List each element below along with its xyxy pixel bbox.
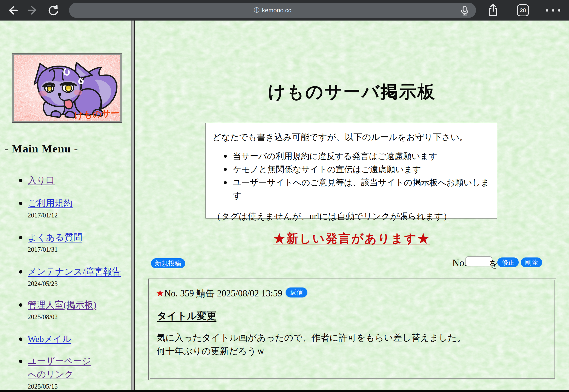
sidebar-menu-date: 2025/08/02 — [28, 313, 96, 321]
tab-count: 28 — [520, 7, 526, 13]
sidebar-menu-item: ユーザーページ へのリンク 2025/05/15 — [19, 355, 91, 390]
edit-button[interactable]: 修正 — [497, 257, 519, 267]
post-header: ★No. 359 鯖缶 2025/08/02 13:59 — [156, 287, 282, 300]
sidebar-menu-link[interactable]: 入り口 — [28, 174, 55, 187]
rules-list-item: ユーザーサイトへのご意見等は、該当サイトの掲示板へお願いします — [212, 176, 494, 202]
new-post-star-icon: ★ — [156, 288, 164, 299]
rules-intro: どなたでも書き込み可能ですが、以下のルールをお守り下さい。 — [212, 131, 494, 143]
sidebar-menu-date: 2024/05/23 — [28, 280, 121, 287]
sidebar-menu-item: Webメイル — [19, 333, 71, 346]
sidebar-menu-link[interactable]: メンテナンス/障害報告 — [28, 265, 121, 278]
bullet-icon — [224, 168, 227, 171]
bullet-icon — [19, 202, 22, 205]
forward-button[interactable] — [27, 4, 39, 16]
sidebar-menu-date: 2025/05/15 — [28, 383, 91, 390]
new-post-button[interactable]: 新規投稿 — [151, 258, 185, 268]
site-info-icon[interactable]: ⓘ — [254, 6, 259, 14]
sidebar-menu-link[interactable]: よくある質問 — [28, 231, 82, 244]
post-box: ★No. 359 鯖缶 2025/08/02 13:59 返信 タイトル変更 気… — [148, 279, 556, 380]
new-posts-link[interactable]: ★新しい発言があります★ — [273, 232, 430, 245]
reply-button[interactable]: 返信 — [286, 287, 307, 297]
sidebar-menu-link[interactable]: ご利用規約 — [28, 197, 73, 210]
ellipsis-icon — [543, 9, 563, 12]
bullet-icon — [224, 181, 227, 184]
post-actions-row: 新規投稿 No. を 修正 削除 — [135, 256, 569, 268]
delete-button[interactable]: 削除 — [521, 257, 542, 267]
address-bar[interactable]: ⓘ kemono.cc — [69, 3, 476, 18]
sidebar-menu-item: よくある質問 2017/01/31 — [19, 231, 82, 253]
post-box-inner: ★No. 359 鯖缶 2025/08/02 13:59 返信 タイトル変更 気… — [150, 280, 555, 379]
rules-item-text: ケモノと無関係なサイトの宣伝はご遠慮願います — [233, 165, 421, 174]
rules-item-text: 当サーバの利用規約に違反する発言はご遠慮願います — [233, 151, 437, 161]
main-menu-heading: - Main Menu - — [4, 142, 78, 155]
site-logo-image: けものサーバ — [12, 54, 122, 122]
post-header-text: No. 359 鯖缶 2025/08/02 13:59 — [164, 288, 282, 299]
tab-switcher-button[interactable]: 28 — [517, 0, 529, 21]
url-text: kemono.cc — [262, 7, 291, 14]
bullet-icon — [19, 338, 22, 341]
post-number-label: No. — [452, 257, 467, 269]
microphone-icon[interactable] — [460, 6, 469, 17]
sidebar-menu-item: 管理人室(掲示板) 2025/08/02 — [19, 298, 96, 321]
rules-box-inner: どなたでも書き込み可能ですが、以下のルールをお守り下さい。 当サーバの利用規約に… — [207, 124, 496, 217]
post-body-line: 気に入ったタイトル画があったので、作者に許可をもらい差し替えました。 — [156, 331, 466, 344]
bullet-icon — [19, 303, 22, 307]
frameset-divider[interactable] — [131, 21, 135, 390]
rules-list-item: ケモノと無関係なサイトの宣伝はご遠慮願います — [212, 163, 494, 176]
post-body: 気に入ったタイトル画があったので、作者に許可をもらい差し替えました。何十年ぶりの… — [156, 331, 466, 358]
sidebar-menu-item: ご利用規約 2017/01/12 — [19, 197, 73, 219]
post-number-input[interactable] — [465, 256, 492, 266]
sidebar-menu-link[interactable]: 管理人室(掲示板) — [28, 298, 96, 311]
new-posts-banner: ★新しい発言があります★ — [135, 231, 569, 246]
rules-list-item: 当サーバの利用規約に違反する発言はご遠慮願います — [212, 150, 494, 163]
overflow-menu-button[interactable] — [543, 0, 563, 21]
particle-wo-label: を — [489, 257, 499, 270]
reload-button[interactable] — [47, 4, 60, 16]
sidebar-menu-item: メンテナンス/障害報告 2024/05/23 — [19, 265, 121, 287]
rules-note: （タグは使えませんが、urlには自動でリンクが張られます） — [212, 211, 494, 222]
bullet-icon — [19, 179, 22, 182]
board-title: けものサーバ掲示板 — [135, 80, 569, 104]
browser-toolbar: ⓘ kemono.cc 28 — [0, 0, 569, 21]
sidebar-menu-date: 2017/01/31 — [28, 246, 82, 253]
share-button[interactable] — [487, 0, 499, 21]
rules-item-text: ユーザーサイトへのご意見等は、該当サイトの掲示板へお願いします — [233, 178, 489, 200]
rules-list: 当サーバの利用規約に違反する発言はご遠慮願います ケモノと無関係なサイトの宣伝は… — [212, 150, 494, 202]
bullet-icon — [224, 155, 227, 158]
bullet-icon — [19, 270, 22, 274]
bottom-edge-bar — [0, 390, 569, 392]
post-title-link[interactable]: タイトル変更 — [157, 309, 216, 322]
rules-box: どなたでも書き込み可能ですが、以下のルールをお守り下さい。 当サーバの利用規約に… — [205, 123, 497, 219]
back-button[interactable] — [6, 4, 18, 16]
sidebar-frame: けものサーバ - Main Menu - 入り口 ご利用規約 2017/01/1… — [0, 21, 131, 390]
sidebar-menu-date: 2017/01/12 — [28, 212, 73, 219]
bullet-icon — [19, 360, 22, 363]
bullet-icon — [19, 236, 22, 239]
main-frame: けものサーバ掲示板 どなたでも書き込み可能ですが、以下のルールをお守り下さい。 … — [135, 21, 569, 390]
sidebar-menu-link[interactable]: Webメイル — [28, 333, 71, 346]
sidebar-menu-link[interactable]: ユーザーページ へのリンク — [28, 355, 91, 381]
sidebar-menu-item: 入り口 — [19, 174, 55, 187]
post-body-line: 何十年ぶりの更新だろうｗ — [156, 344, 466, 358]
